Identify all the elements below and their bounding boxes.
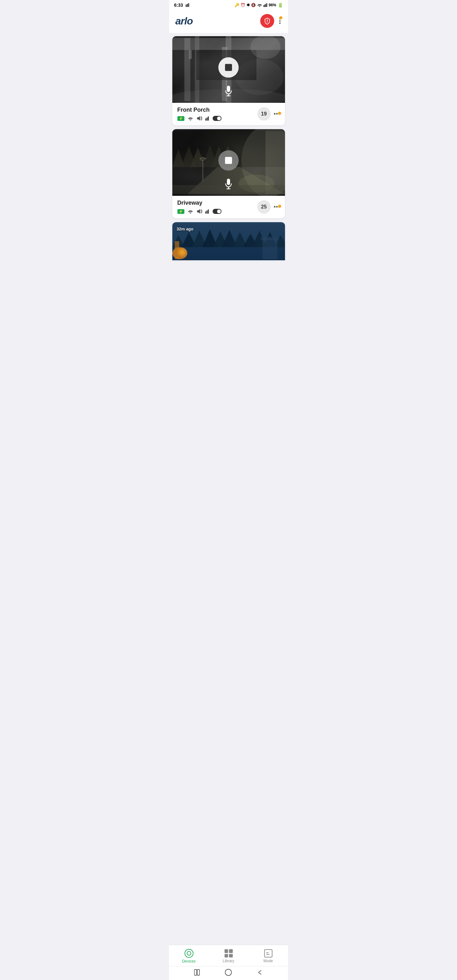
android-back-button[interactable] [257, 969, 263, 977]
driveway-stop-icon [225, 157, 232, 164]
status-bar: 6:33 🔑 ⏰ ✱ 🔇 96% 🔋 [169, 0, 288, 10]
more-options-button[interactable] [278, 17, 282, 25]
driveway-wifi-svg [188, 209, 193, 213]
alert-button[interactable] [260, 14, 274, 28]
front-porch-options-button[interactable] [274, 113, 280, 115]
mute-icon: 🔇 [251, 3, 256, 7]
svg-rect-47 [197, 969, 199, 975]
speaker-icon [196, 116, 202, 121]
svg-rect-7 [267, 3, 267, 7]
svg-rect-38 [207, 210, 207, 213]
svg-rect-39 [208, 210, 209, 213]
svg-rect-33 [227, 179, 230, 185]
stop-recording-button[interactable] [218, 57, 239, 78]
alarm-icon: ⏰ [240, 3, 245, 7]
app-header: arlo [169, 10, 288, 33]
bottom-nav-container: Devices Library Mode [169, 945, 288, 980]
driveway-options-button[interactable] [274, 206, 280, 208]
driveway-info: Driveway ⚡ [172, 196, 285, 218]
cellular-icon [263, 3, 267, 7]
header-notification-dot [279, 16, 282, 19]
driveway-info-left: Driveway ⚡ [177, 200, 257, 214]
signal-filter-icon [186, 3, 190, 7]
backyard-feed-partial[interactable]: 32m ago [172, 222, 285, 260]
driveway-feed[interactable] [172, 129, 285, 196]
android-home-icon [225, 969, 232, 976]
svg-rect-23 [207, 118, 207, 121]
battery-status: 96% [269, 3, 276, 7]
camera-list: Front Porch ⚡ [169, 33, 288, 263]
battery-charging-icon: ⚡ [177, 116, 185, 121]
library-nav-icon [225, 949, 232, 958]
bluetooth-icon: ✱ [247, 3, 250, 7]
front-porch-feed[interactable] [172, 36, 285, 103]
svg-rect-46 [194, 969, 196, 975]
signal-toggle-icon [205, 116, 221, 121]
status-time: 6:33 [174, 3, 190, 8]
svg-rect-48 [225, 969, 232, 975]
driveway-microphone-button[interactable] [225, 179, 232, 191]
front-porch-options-notification [278, 112, 281, 115]
nav-item-mode[interactable]: Mode [255, 949, 281, 963]
battery-icon: 🔋 [278, 3, 283, 8]
time-display: 6:33 [174, 3, 183, 8]
nav-item-library[interactable]: Library [216, 949, 241, 963]
devices-nav-label: Devices [182, 959, 196, 964]
stop-icon [225, 64, 232, 71]
svg-rect-18 [227, 86, 230, 92]
svg-point-8 [267, 22, 267, 22]
driveway-signal-toggle-icon [205, 209, 221, 214]
svg-rect-0 [186, 5, 186, 7]
driveway-stop-button[interactable] [218, 150, 239, 171]
status-icons: 🔑 ⏰ ✱ 🔇 96% 🔋 [234, 3, 283, 8]
camera-card-backyard-partial[interactable]: 32m ago [172, 222, 285, 260]
key-icon: 🔑 [234, 3, 239, 7]
svg-rect-6 [266, 4, 267, 7]
driveway-name: Driveway [177, 200, 257, 206]
driveway-signal-bars-svg [205, 209, 212, 213]
driveway-battery-icon: ⚡ [177, 209, 185, 214]
svg-rect-17 [189, 50, 192, 59]
speaker-svg [196, 116, 202, 121]
front-porch-status-icons: ⚡ [177, 116, 257, 121]
driveway-mic-icon [225, 179, 232, 189]
front-porch-notification-count[interactable]: 19 [257, 107, 271, 121]
front-porch-info-left: Front Porch ⚡ [177, 107, 257, 121]
library-nav-label: Library [223, 959, 234, 963]
app-bottom-nav: Devices Library Mode [169, 945, 288, 966]
backyard-timestamp: 32m ago [177, 227, 194, 231]
header-actions [260, 14, 282, 28]
mode-nav-icon [264, 949, 272, 958]
driveway-toggle-switch[interactable] [213, 209, 221, 214]
svg-rect-5 [265, 5, 266, 7]
svg-rect-28 [202, 158, 203, 182]
svg-rect-4 [263, 5, 264, 7]
bottom-nav-spacer [169, 301, 288, 340]
microphone-button[interactable] [225, 86, 232, 98]
android-home-button[interactable] [225, 969, 232, 977]
android-system-nav [169, 966, 288, 980]
svg-rect-37 [205, 212, 206, 213]
mode-nav-label: Mode [263, 959, 273, 963]
camera-card-front-porch: Front Porch ⚡ [172, 36, 285, 126]
orange-light [177, 248, 187, 257]
svg-rect-43 [261, 237, 279, 240]
android-recent-button[interactable] [194, 969, 200, 977]
driveway-notification-count[interactable]: 25 [257, 200, 271, 213]
svg-rect-1 [187, 4, 188, 7]
camera-card-driveway: Driveway ⚡ [172, 129, 285, 218]
svg-rect-22 [205, 118, 206, 121]
toggle-switch[interactable] [213, 116, 221, 121]
nav-item-devices[interactable]: Devices [176, 949, 202, 964]
svg-rect-2 [188, 3, 189, 7]
svg-point-36 [190, 213, 191, 214]
main-scroll-area: Front Porch ⚡ [169, 33, 288, 301]
toggle-thumb [217, 116, 221, 120]
driveway-wifi-icon [188, 209, 193, 213]
svg-point-21 [190, 120, 191, 121]
svg-point-3 [259, 6, 260, 7]
arlo-logo: arlo [175, 15, 193, 27]
shield-alert-icon [264, 18, 271, 24]
driveway-speaker-icon [196, 209, 202, 214]
driveway-toggle-thumb [217, 210, 221, 213]
